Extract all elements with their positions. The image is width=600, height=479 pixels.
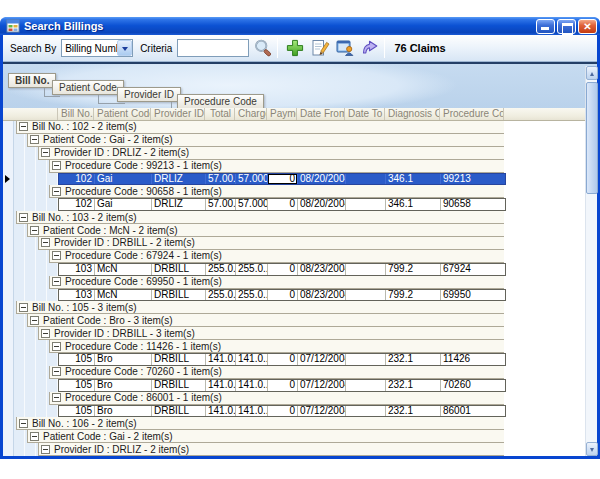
data-row[interactable]: 102GaiDRLIZ57.00...57.0000008/20/2004346… — [14, 198, 585, 211]
cell-payme-: 0 — [268, 290, 298, 301]
group-by-box-bill-no-[interactable]: Bill No. — [8, 73, 56, 88]
column-header-total[interactable]: Total — [205, 108, 235, 120]
collapse-minus-icon[interactable] — [30, 226, 39, 235]
data-row-cells[interactable]: 102GaiDRLIZ57.00...57.0000008/20/2004346… — [58, 173, 506, 186]
scrollbar-thumb[interactable] — [586, 82, 598, 194]
collapse-minus-icon[interactable] — [41, 445, 50, 454]
collapse-minus-icon[interactable] — [52, 277, 61, 286]
collapse-minus-icon[interactable] — [19, 122, 28, 131]
collapse-minus-icon[interactable] — [52, 393, 61, 402]
scroll-up-icon[interactable] — [586, 66, 598, 80]
column-header-date-to[interactable]: Date To — [345, 108, 385, 120]
collapse-minus-icon[interactable] — [52, 367, 61, 376]
group-band: Bill No. : 102 - 2 item(s) — [16, 121, 504, 134]
cell-charges: 141.0... — [236, 406, 268, 417]
cell-date-from: 07/12/2004 — [298, 354, 346, 365]
collapse-minus-icon[interactable] — [52, 161, 61, 170]
group-row: Procedure Code : 11426 - 1 item(s) — [14, 340, 585, 353]
cell-date-from: 08/23/2004 — [298, 290, 346, 301]
group-by-box-provider-id[interactable]: Provider ID — [117, 87, 181, 102]
collapse-minus-icon[interactable] — [30, 135, 39, 144]
group-band: Patient Code : Bro - 3 item(s) — [27, 314, 504, 327]
group-band: Procedure Code : 90658 - 1 item(s) — [49, 185, 504, 198]
data-row-cells[interactable]: 105BroDRBILL141.0...141.0...007/12/20042… — [58, 405, 506, 418]
indent-gutter — [14, 185, 49, 198]
collapse-minus-icon[interactable] — [19, 213, 28, 222]
group-row: Patient Code : Gai - 2 item(s) — [14, 430, 585, 443]
scroll-down-icon[interactable] — [586, 442, 598, 456]
vertical-scrollbar[interactable] — [585, 66, 597, 456]
toolbar-separator — [277, 38, 278, 58]
column-header-patient-code[interactable]: Patient Code — [94, 108, 151, 120]
cell-payme-[interactable]: 0 — [268, 174, 298, 185]
indent-gutter — [14, 147, 38, 160]
collapse-minus-icon[interactable] — [19, 303, 28, 312]
column-header-charges[interactable]: Charges — [235, 108, 267, 120]
collapse-minus-icon[interactable] — [52, 251, 61, 260]
group-by-panel[interactable]: Bill No.Patient CodeProvider IDProcedure… — [3, 64, 597, 108]
chevron-down-icon[interactable] — [117, 40, 132, 56]
column-header-diagnosis-code[interactable]: Diagnosis Code — [385, 108, 440, 120]
search-by-dropdown[interactable]: Billing Number — [61, 39, 133, 57]
cell-bill-no-: 105 — [59, 354, 95, 365]
cell-bill-no-: 102 — [59, 199, 95, 210]
criteria-input[interactable] — [177, 39, 249, 57]
close-button[interactable] — [578, 19, 597, 34]
group-label: Procedure Code : 67924 - 1 item(s) — [65, 250, 222, 261]
data-row-cells[interactable]: 103McNDRBILL255.0...255.0...008/23/20047… — [58, 289, 506, 302]
view-claim-icon[interactable] — [334, 37, 356, 59]
group-label: Bill No. : 103 - 2 item(s) — [32, 212, 136, 223]
minimize-button[interactable] — [536, 19, 555, 34]
cell-patient-code: McN — [95, 264, 152, 275]
data-row-cells[interactable]: 103McNDRBILL255.0...255.0...008/23/20047… — [58, 263, 506, 276]
group-by-box-procedure-code[interactable]: Procedure Code — [177, 94, 264, 108]
column-header-bill-no-[interactable]: Bill No. — [58, 108, 94, 120]
data-row[interactable]: 105BroDRBILL141.0...141.0...007/12/20042… — [14, 405, 585, 418]
cell-date-to — [346, 199, 386, 210]
edit-claim-icon[interactable] — [309, 37, 331, 59]
cell-date-to — [346, 406, 386, 417]
collapse-minus-icon[interactable] — [41, 329, 50, 338]
column-header-date-from[interactable]: Date From — [297, 108, 345, 120]
group-label: Procedure Code : 70260 - 1 item(s) — [65, 366, 222, 377]
data-row[interactable]: 102GaiDRLIZ57.00...57.0000008/20/2004346… — [14, 173, 585, 186]
cell-provider-id: DRBILL — [152, 354, 206, 365]
group-by-box-patient-code[interactable]: Patient Code — [52, 80, 124, 95]
group-row: Procedure Code : 69950 - 1 item(s) — [14, 276, 585, 289]
data-row[interactable]: 103McNDRBILL255.0...255.0...008/23/20047… — [14, 263, 585, 276]
column-header-payme-[interactable]: Payme... — [267, 108, 297, 120]
cell-charges: 141.0... — [236, 380, 268, 391]
data-row-cells[interactable]: 102GaiDRLIZ57.00...57.0000008/20/2004346… — [58, 198, 506, 211]
collapse-minus-icon[interactable] — [30, 316, 39, 325]
titlebar[interactable]: Search Billings — [0, 17, 600, 35]
group-band: Bill No. : 106 - 2 item(s) — [16, 417, 504, 430]
collapse-minus-icon[interactable] — [52, 187, 61, 196]
collapse-minus-icon[interactable] — [41, 238, 50, 247]
search-billings-window: Search Billings Search By Billing Number… — [0, 17, 600, 459]
data-row[interactable]: 103McNDRBILL255.0...255.0...008/23/20047… — [14, 289, 585, 302]
collapse-minus-icon[interactable] — [52, 342, 61, 351]
data-row-cells[interactable]: 105BroDRBILL141.0...141.0...007/12/20042… — [58, 353, 506, 366]
cell-provider-id: DRBILL — [152, 290, 206, 301]
group-band: Patient Code : Gai - 2 item(s) — [27, 430, 504, 443]
cell-bill-no-: 105 — [59, 380, 95, 391]
group-band: Procedure Code : 69950 - 1 item(s) — [49, 276, 504, 289]
data-row-cells[interactable]: 105BroDRBILL141.0...141.0...007/12/20042… — [58, 379, 506, 392]
collapse-minus-icon[interactable] — [19, 419, 28, 428]
column-header-procedure-code[interactable]: Procedure Code — [440, 108, 504, 120]
data-row[interactable]: 105BroDRBILL141.0...141.0...007/12/20042… — [14, 353, 585, 366]
search-icon[interactable] — [252, 37, 274, 59]
collapse-minus-icon[interactable] — [30, 432, 39, 441]
post-claims-icon[interactable] — [359, 37, 381, 59]
maximize-button[interactable] — [557, 19, 576, 34]
cell-payme-: 0 — [268, 380, 298, 391]
group-row: Provider ID : DRLIZ - 2 item(s) — [14, 147, 585, 160]
group-band: Patient Code : Gai - 2 item(s) — [27, 134, 504, 147]
cell-patient-code: McN — [95, 290, 152, 301]
indent-gutter — [14, 443, 38, 456]
column-header-provider-id[interactable]: Provider ID — [151, 108, 205, 120]
add-claim-icon[interactable] — [284, 37, 306, 59]
collapse-minus-icon[interactable] — [41, 148, 50, 157]
indent-gutter — [14, 392, 49, 405]
data-row[interactable]: 105BroDRBILL141.0...141.0...007/12/20042… — [14, 379, 585, 392]
